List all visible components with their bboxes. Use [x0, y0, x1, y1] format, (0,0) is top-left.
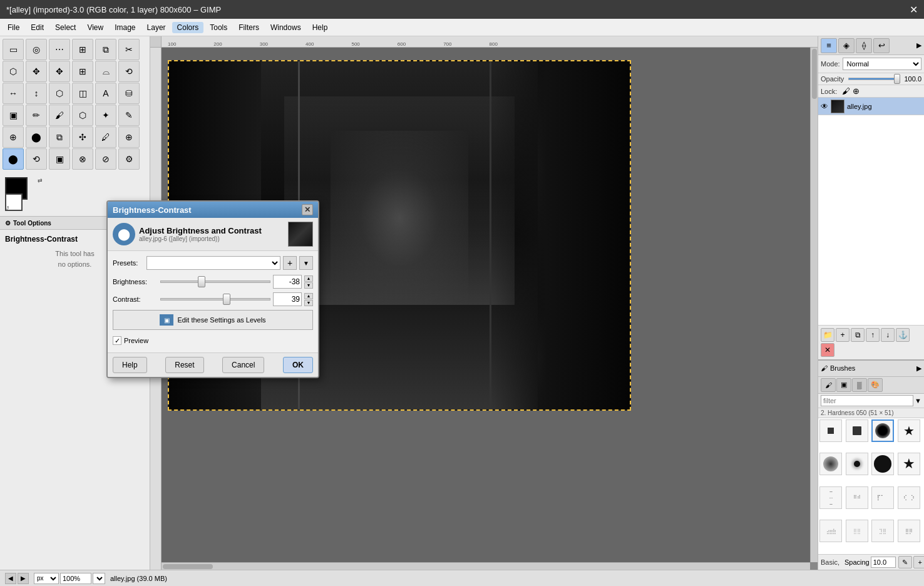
- brightness-value-input[interactable]: [273, 275, 302, 289]
- brush-new-button[interactable]: +: [913, 556, 924, 568]
- help-button[interactable]: Help: [113, 357, 147, 373]
- mode-select[interactable]: Normal: [843, 58, 921, 70]
- tool-ellipse-select[interactable]: ◎: [26, 39, 47, 60]
- menu-filters[interactable]: Filters: [234, 22, 264, 33]
- channels-tab-icon[interactable]: ◈: [838, 38, 855, 53]
- menu-layer[interactable]: Layer: [142, 22, 171, 33]
- tool-scissors[interactable]: ✂: [118, 39, 140, 60]
- tool-brightness-contrast[interactable]: ⬤: [3, 148, 24, 170]
- tool-bucket-fill[interactable]: ⛁: [118, 83, 140, 104]
- tool-flip[interactable]: ◫: [72, 83, 93, 104]
- lock-pixels-icon[interactable]: 🖌: [842, 86, 850, 96]
- edit-as-levels-button[interactable]: ▣ Edit these Settings as Levels: [113, 310, 313, 330]
- brush-swatch-16[interactable]: ⣿⡿: [898, 520, 920, 542]
- brush-swatch-10[interactable]: ⠿⠾: [846, 486, 868, 509]
- brush-tab-gradients[interactable]: ▒: [852, 378, 867, 392]
- menu-file[interactable]: File: [3, 22, 24, 33]
- undo-history-tab-icon[interactable]: ↩: [873, 38, 890, 53]
- contrast-spin-down[interactable]: ▼: [304, 300, 313, 306]
- brushes-expand[interactable]: ▶: [916, 364, 921, 373]
- tool-scale[interactable]: ↔: [3, 83, 24, 104]
- contrast-spin-up[interactable]: ▲: [304, 293, 313, 299]
- tool-levels[interactable]: ▣: [49, 148, 70, 170]
- dialog-title-bar[interactable]: Brightness-Contrast ✕: [108, 202, 318, 218]
- status-nav-right[interactable]: ▶: [18, 573, 29, 584]
- cancel-button[interactable]: Cancel: [222, 357, 264, 373]
- brush-edit-button[interactable]: ✎: [898, 556, 912, 568]
- brush-swatch-2[interactable]: [846, 419, 868, 442]
- tool-shear[interactable]: ↕: [26, 83, 47, 104]
- window-close-button[interactable]: ✕: [910, 4, 918, 16]
- brightness-spin-up[interactable]: ▲: [304, 275, 313, 282]
- tool-ink[interactable]: ✎: [118, 105, 140, 126]
- tool-paintbrush[interactable]: 🖌: [49, 105, 70, 126]
- brush-swatch-7[interactable]: [871, 453, 894, 475]
- status-nav-left[interactable]: ◀: [5, 573, 16, 584]
- brush-swatch-4[interactable]: ★: [898, 419, 920, 442]
- brush-swatch-15[interactable]: ⣹⣿: [871, 520, 894, 542]
- tool-eraser[interactable]: ⬡: [72, 105, 93, 126]
- reset-colors-icon[interactable]: ↺: [5, 205, 9, 211]
- menu-help[interactable]: Help: [307, 22, 333, 33]
- brush-tab-palettes[interactable]: 🎨: [868, 378, 883, 392]
- scrollbar-vertical[interactable]: [810, 48, 818, 562]
- layer-down-button[interactable]: ↓: [881, 328, 895, 342]
- presets-select[interactable]: [146, 256, 280, 270]
- paths-tab-icon[interactable]: ⟠: [856, 38, 872, 53]
- brush-swatch-12[interactable]: ⢎⠀⡱: [898, 486, 920, 509]
- brightness-contrast-dialog[interactable]: Brightness-Contrast ✕ ⬤ Adjust Brightnes…: [106, 200, 319, 378]
- menu-colors[interactable]: Colors: [172, 22, 204, 33]
- tool-dodge-burn[interactable]: ⊕: [118, 126, 140, 148]
- swap-colors-icon[interactable]: ⇄: [38, 177, 43, 183]
- brightness-slider[interactable]: [160, 276, 270, 287]
- brush-filter-input[interactable]: [821, 395, 913, 406]
- ok-button[interactable]: OK: [283, 357, 313, 373]
- tool-perspective-clone[interactable]: ⧉: [49, 126, 70, 148]
- preview-checkbox[interactable]: ✓: [113, 336, 121, 345]
- contrast-value-input[interactable]: [273, 292, 302, 306]
- tool-heal[interactable]: ⬤: [26, 126, 47, 148]
- brightness-spin-down[interactable]: ▼: [304, 282, 313, 289]
- menu-image[interactable]: Image: [110, 22, 140, 33]
- brush-swatch-5[interactable]: [819, 453, 842, 475]
- tool-free-select[interactable]: ⋯: [49, 39, 70, 60]
- brush-swatch-13[interactable]: ⣴⣶⣷: [819, 520, 842, 542]
- zoom-select[interactable]: ▼: [93, 573, 105, 584]
- brush-swatch-6[interactable]: [846, 453, 868, 475]
- tool-select-color[interactable]: ⧉: [95, 39, 116, 60]
- anchor-layer-button[interactable]: ⚓: [896, 328, 910, 342]
- duplicate-layer-button[interactable]: ⧉: [851, 328, 865, 342]
- tool-rotate[interactable]: ⟲: [118, 61, 140, 82]
- layer-up-button[interactable]: ↑: [866, 328, 880, 342]
- menu-windows[interactable]: Windows: [265, 22, 306, 33]
- zoom-input[interactable]: [60, 573, 91, 584]
- tool-fuzzy-select[interactable]: ⊞: [72, 39, 93, 60]
- brush-swatch-11[interactable]: ⡏⠁⠀: [871, 486, 894, 509]
- brush-swatch-8[interactable]: ★: [898, 453, 920, 475]
- tool-align[interactable]: ⊞: [72, 61, 93, 82]
- presets-add-button[interactable]: +: [283, 256, 297, 270]
- layer-visibility-icon[interactable]: 👁: [821, 102, 828, 111]
- menu-select[interactable]: Select: [50, 22, 81, 33]
- tool-smudge[interactable]: 🖊: [95, 126, 116, 148]
- tool-move[interactable]: ✥: [49, 61, 70, 82]
- tool-blur-sharpen[interactable]: ✣: [72, 126, 93, 148]
- tool-foreground-select[interactable]: ⬡: [3, 61, 24, 82]
- opacity-slider-thumb[interactable]: [894, 74, 900, 84]
- tool-pencil[interactable]: ✏: [26, 105, 47, 126]
- unit-select[interactable]: px: [34, 573, 59, 584]
- dialog-close-button[interactable]: ✕: [302, 204, 313, 215]
- contrast-thumb[interactable]: [223, 294, 230, 305]
- scrollbar-horizontal[interactable]: [162, 562, 810, 570]
- brush-swatch-14[interactable]: ⣿⣿: [846, 520, 868, 542]
- tool-perspective[interactable]: ⬡: [49, 83, 70, 104]
- tool-desaturate[interactable]: ⊘: [95, 148, 116, 170]
- menu-edit[interactable]: Edit: [26, 22, 49, 33]
- brightness-thumb[interactable]: [198, 276, 205, 287]
- tool-curves[interactable]: ⟲: [26, 148, 47, 170]
- menu-tools[interactable]: Tools: [205, 22, 232, 33]
- right-panel-expand[interactable]: ▶: [916, 41, 921, 49]
- brush-swatch-3[interactable]: [871, 419, 894, 442]
- brush-tab-patterns[interactable]: ▣: [836, 378, 851, 392]
- tool-measure[interactable]: ⚙: [118, 148, 140, 170]
